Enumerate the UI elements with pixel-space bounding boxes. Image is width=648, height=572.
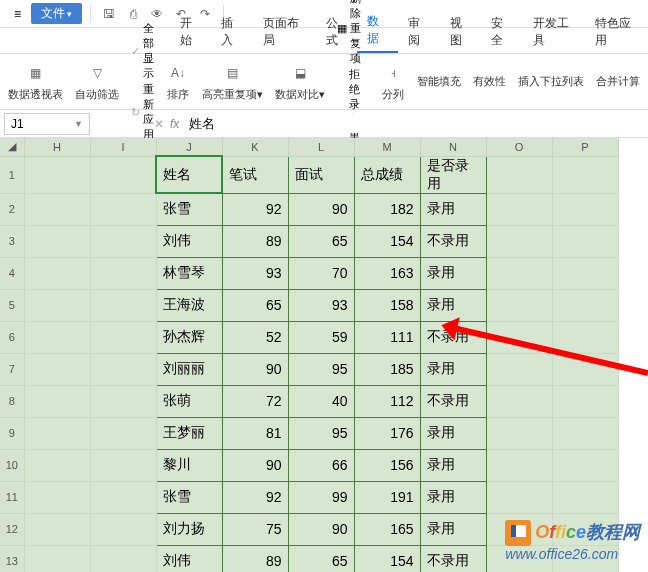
autofilter-button[interactable]: ▽ 自动筛选 [75, 61, 119, 102]
cell[interactable]: 52 [222, 321, 288, 353]
consolidate-button[interactable]: 合并计算 [596, 74, 640, 89]
row-header[interactable]: 1 [0, 156, 24, 193]
cell[interactable] [486, 289, 552, 321]
tab-special[interactable]: 特色应用 [585, 11, 648, 53]
cell[interactable] [24, 225, 90, 257]
cell[interactable]: 89 [222, 545, 288, 572]
cell[interactable]: 154 [354, 225, 420, 257]
cell[interactable]: 不录用 [420, 385, 486, 417]
cell[interactable] [24, 385, 90, 417]
cell[interactable]: 孙杰辉 [156, 321, 222, 353]
col-header[interactable]: L [288, 138, 354, 156]
cell[interactable]: 65 [288, 545, 354, 572]
cell[interactable] [552, 385, 618, 417]
cell[interactable]: 40 [288, 385, 354, 417]
cell[interactable]: 92 [222, 481, 288, 513]
cell[interactable]: 不录用 [420, 545, 486, 572]
fx-icon[interactable]: fx [170, 117, 179, 131]
cell[interactable] [24, 257, 90, 289]
cell[interactable]: 163 [354, 257, 420, 289]
cell[interactable]: 不录用 [420, 225, 486, 257]
row-header[interactable]: 2 [0, 193, 24, 225]
showall-button[interactable]: ✓全部显示 [131, 21, 154, 81]
cell[interactable]: 林雪琴 [156, 257, 222, 289]
col-header[interactable]: M [354, 138, 420, 156]
file-menu[interactable]: 文件 ▾ [31, 3, 82, 24]
cell[interactable]: 录用 [420, 417, 486, 449]
cell[interactable]: 75 [222, 513, 288, 545]
cell[interactable] [552, 417, 618, 449]
cell[interactable] [24, 545, 90, 572]
cell[interactable] [552, 449, 618, 481]
cell-selected[interactable]: 姓名 [156, 156, 222, 193]
cell[interactable] [90, 289, 156, 321]
cell[interactable]: 176 [354, 417, 420, 449]
cell[interactable] [90, 321, 156, 353]
cell[interactable]: 录用 [420, 513, 486, 545]
cell[interactable]: 70 [288, 257, 354, 289]
cell[interactable] [486, 385, 552, 417]
col-header[interactable]: N [420, 138, 486, 156]
cell[interactable]: 刘力扬 [156, 513, 222, 545]
tab-dev[interactable]: 开发工具 [523, 11, 586, 53]
tab-review[interactable]: 审阅 [398, 11, 439, 53]
cell[interactable]: 112 [354, 385, 420, 417]
cell[interactable] [90, 513, 156, 545]
removedupes-button[interactable]: ▦删除重复项 [337, 0, 369, 66]
cell[interactable] [90, 156, 156, 193]
cell[interactable] [24, 156, 90, 193]
cell[interactable]: 59 [288, 321, 354, 353]
cell[interactable] [90, 449, 156, 481]
cell[interactable]: 93 [288, 289, 354, 321]
tab-view[interactable]: 视图 [440, 11, 481, 53]
cell[interactable] [552, 289, 618, 321]
cell[interactable]: 158 [354, 289, 420, 321]
formula-input[interactable] [185, 114, 648, 133]
row-header[interactable]: 12 [0, 513, 24, 545]
cell[interactable]: 90 [222, 449, 288, 481]
row-header[interactable]: 6 [0, 321, 24, 353]
cell[interactable] [552, 156, 618, 193]
name-box[interactable]: J1▼ [4, 113, 90, 135]
cell[interactable]: 刘丽丽 [156, 353, 222, 385]
cell[interactable] [486, 449, 552, 481]
row-header[interactable]: 9 [0, 417, 24, 449]
pivot-button[interactable]: ▦ 数据透视表 [8, 61, 63, 102]
cell[interactable]: 录用 [420, 353, 486, 385]
row-header[interactable]: 10 [0, 449, 24, 481]
row-header[interactable]: 7 [0, 353, 24, 385]
cell[interactable] [90, 481, 156, 513]
tab-layout[interactable]: 页面布局 [253, 11, 316, 53]
cell[interactable]: 面试 [288, 156, 354, 193]
row-header[interactable]: 4 [0, 257, 24, 289]
col-header[interactable]: I [90, 138, 156, 156]
cell[interactable] [552, 225, 618, 257]
save-icon[interactable]: 🖫 [99, 4, 119, 24]
menu-icon[interactable]: ≡ [8, 5, 27, 23]
cell[interactable] [486, 156, 552, 193]
row-header[interactable]: 13 [0, 545, 24, 572]
cell[interactable] [486, 417, 552, 449]
cell[interactable]: 录用 [420, 193, 486, 225]
cell[interactable] [90, 257, 156, 289]
cell[interactable]: 95 [288, 417, 354, 449]
tab-insert[interactable]: 插入 [211, 11, 252, 53]
cell[interactable]: 张雪 [156, 481, 222, 513]
cell[interactable] [24, 321, 90, 353]
cell[interactable] [24, 193, 90, 225]
col-header[interactable]: K [222, 138, 288, 156]
cell[interactable]: 182 [354, 193, 420, 225]
reapply-button[interactable]: ↻重新应用 [131, 82, 154, 142]
cell[interactable] [24, 513, 90, 545]
cell[interactable]: 65 [222, 289, 288, 321]
dropdown-button[interactable]: 插入下拉列表 [518, 74, 584, 89]
cell[interactable]: 111 [354, 321, 420, 353]
col-header[interactable]: J [156, 138, 222, 156]
cancel-icon[interactable]: ✕ [154, 117, 164, 131]
tab-security[interactable]: 安全 [481, 11, 522, 53]
cell[interactable]: 154 [354, 545, 420, 572]
cell[interactable]: 81 [222, 417, 288, 449]
cell[interactable] [552, 257, 618, 289]
cell[interactable]: 90 [288, 513, 354, 545]
cell[interactable] [24, 449, 90, 481]
